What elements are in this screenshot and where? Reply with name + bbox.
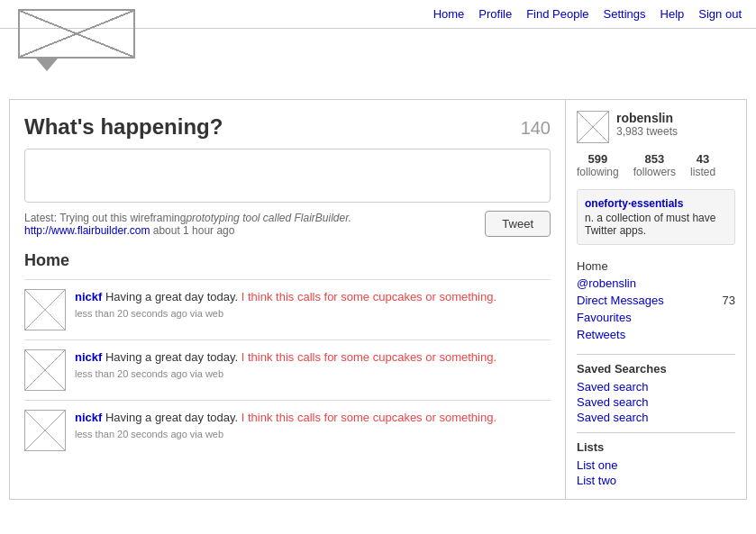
stat-label-1: followers: [633, 166, 676, 178]
logo-area: [18, 9, 135, 71]
logo-image: [18, 9, 135, 59]
tweet-text-0: nickf Having a great day today. I think …: [75, 289, 551, 305]
tweet-footer: Latest: Trying out this wireframingproto…: [24, 211, 551, 237]
sidebar-nav-link-1[interactable]: @robenslin: [577, 275, 735, 292]
stat-group-0: 599 following: [577, 152, 619, 178]
sidebar-nav: Home@robenslin Direct Messages 73 Favour…: [577, 258, 735, 343]
home-section: Home nickf Having a great day today. I t…: [24, 251, 551, 460]
stat-number-0: 599: [577, 152, 619, 166]
tweet-normal-text-2: Having a great day today.: [102, 411, 241, 424]
latest-text: Latest: Trying out this wireframingproto…: [24, 212, 351, 237]
tweet-meta-1: less than 20 seconds ago via web: [75, 368, 551, 379]
nav-profile[interactable]: Profile: [478, 7, 512, 21]
sidebar-nav-link-3[interactable]: Favourites: [577, 309, 735, 326]
saved-searches-section: Saved Searches Saved searchSaved searchS…: [577, 362, 735, 425]
sidebar-promo: oneforty·essentials n. a collection of m…: [577, 189, 735, 245]
lists-section: Lists List oneList two: [577, 440, 735, 488]
stat-number-2: 43: [690, 152, 715, 166]
tweet-item: nickf Having a great day today. I think …: [24, 279, 551, 339]
whats-happening-section: What's happening? 140 Latest: Trying out…: [24, 114, 551, 237]
tweet-highlight-text-0: I think this calls for some cupcakes or …: [241, 290, 496, 303]
nav-home[interactable]: Home: [433, 7, 465, 21]
saved-searches-title: Saved Searches: [577, 362, 735, 376]
saved-searches-list: Saved searchSaved searchSaved search: [577, 379, 735, 425]
tweet-meta-0: less than 20 seconds ago via web: [75, 308, 551, 319]
sidebar-nav-item-0: Home: [577, 258, 735, 275]
latest-italic: prototyping tool called FlairBuilder.: [186, 212, 351, 224]
sidebar-tweet-count: 3,983 tweets: [616, 125, 678, 138]
nav-find-people[interactable]: Find People: [526, 7, 588, 21]
stat-group-2: 43 listed: [690, 152, 715, 178]
saved-search-item-0[interactable]: Saved search: [577, 379, 735, 394]
stat-number-1: 853: [633, 152, 676, 166]
sidebar-promo-name: oneforty·essentials: [585, 197, 727, 210]
sidebar-stats: 599 following 853 followers 43 listed: [577, 152, 735, 178]
stat-group-1: 853 followers: [633, 152, 676, 178]
tweet-text-1: nickf Having a great day today. I think …: [75, 349, 551, 366]
tweet-text-2: nickf Having a great day today. I think …: [75, 410, 551, 426]
char-count: 140: [521, 118, 551, 139]
sidebar-username: robenslin: [616, 111, 678, 125]
sidebar-nav-item-2: Direct Messages 73: [577, 292, 735, 309]
sidebar-nav-link-2[interactable]: Direct Messages: [577, 292, 664, 309]
whats-happening-title: What's happening?: [24, 114, 223, 140]
page-wrapper: What's happening? 140 Latest: Trying out…: [0, 81, 756, 500]
tweet-author-1[interactable]: nickf: [75, 350, 102, 364]
sidebar-user-info: robenslin 3,983 tweets: [616, 111, 678, 138]
sidebar-nav-badge-2: 73: [723, 294, 735, 307]
saved-search-item-2[interactable]: Saved search: [577, 410, 735, 425]
list-item-0[interactable]: List one: [577, 457, 735, 473]
tweet-normal-text-0: Having a great day today.: [102, 290, 241, 303]
tweet-content-1: nickf Having a great day today. I think …: [75, 349, 551, 379]
sidebar-nav-link-4[interactable]: Retweets: [577, 326, 735, 343]
tweet-author-0[interactable]: nickf: [75, 290, 102, 303]
sidebar-avatar: [577, 111, 609, 143]
logo-arrow: [36, 59, 58, 71]
stat-label-0: following: [577, 166, 619, 178]
tweet-item: nickf Having a great day today. I think …: [24, 400, 551, 460]
main-container: What's happening? 140 Latest: Trying out…: [9, 99, 747, 500]
nav-settings[interactable]: Settings: [604, 7, 646, 21]
lists-title: Lists: [577, 440, 735, 454]
latest-suffix: about 1 hour ago: [150, 224, 234, 237]
lists-list: List oneList two: [577, 457, 735, 488]
tweet-highlight-text-1: I think this calls for some cupcakes or …: [241, 350, 496, 364]
tweet-button[interactable]: Tweet: [485, 211, 551, 237]
tweet-avatar-0: [24, 289, 66, 330]
tweet-avatar-1: [24, 349, 66, 391]
nav-help[interactable]: Help: [660, 7, 685, 21]
tweet-author-2[interactable]: nickf: [75, 411, 102, 424]
saved-search-item-1[interactable]: Saved search: [577, 394, 735, 410]
sidebar-promo-text: n. a collection of must have Twitter app…: [585, 212, 727, 237]
tweet-content-0: nickf Having a great day today. I think …: [75, 289, 551, 319]
latest-prefix: Latest: Trying out this wireframing: [24, 212, 186, 224]
sidebar: robenslin 3,983 tweets 599 following 853…: [566, 100, 746, 499]
latest-link[interactable]: http://www.flairbuilder.com: [24, 224, 150, 237]
main-column: What's happening? 140 Latest: Trying out…: [10, 100, 566, 499]
sidebar-divider-1: [577, 354, 735, 355]
tweet-input[interactable]: [24, 149, 551, 203]
tweet-item: nickf Having a great day today. I think …: [24, 339, 551, 400]
nav-sign-out[interactable]: Sign out: [698, 7, 742, 21]
tweet-avatar-2: [24, 410, 66, 451]
stat-label-2: listed: [690, 166, 715, 178]
home-section-title: Home: [24, 251, 551, 270]
sidebar-profile: robenslin 3,983 tweets: [577, 111, 735, 143]
tweet-normal-text-1: Having a great day today.: [102, 350, 241, 364]
tweet-meta-2: less than 20 seconds ago via web: [75, 429, 551, 439]
whats-happening-header: What's happening? 140: [24, 114, 551, 140]
list-item-1[interactable]: List two: [577, 473, 735, 488]
sidebar-divider-2: [577, 432, 735, 433]
tweet-highlight-text-2: I think this calls for some cupcakes or …: [241, 411, 496, 424]
tweet-list: nickf Having a great day today. I think …: [24, 279, 551, 460]
tweet-content-2: nickf Having a great day today. I think …: [75, 410, 551, 439]
